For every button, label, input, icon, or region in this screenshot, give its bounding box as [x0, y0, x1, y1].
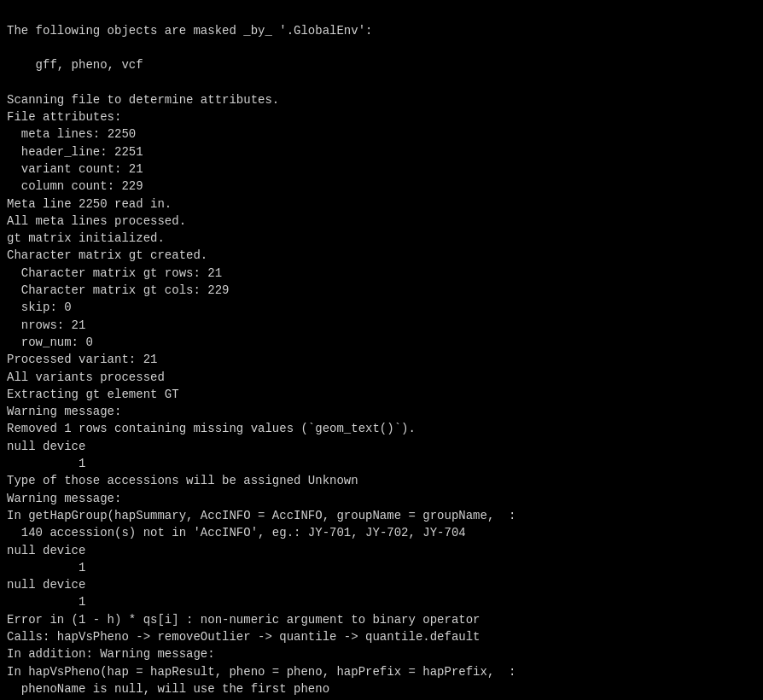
terminal-line: gt matrix initialized.	[7, 230, 756, 247]
terminal-line: Character matrix gt created.	[7, 247, 756, 264]
terminal-line: nrows: 21	[7, 317, 756, 334]
terminal-line: All variants processed	[7, 369, 756, 386]
terminal-line: skip: 0	[7, 299, 756, 316]
terminal-line: Warning message:	[7, 490, 756, 507]
terminal-line: In getHapGroup(hapSummary, AccINFO = Acc…	[7, 507, 756, 524]
terminal-line: In addition: Warning message:	[7, 645, 756, 662]
terminal-output: The following objects are masked _by_ '.…	[7, 5, 756, 700]
terminal-line: null device	[7, 438, 756, 455]
terminal-line: phenoName is null, will use the first ph…	[7, 680, 756, 697]
terminal-line: The following objects are masked _by_ '.…	[7, 22, 756, 39]
terminal-line: 1	[7, 559, 756, 576]
terminal-line: null device	[7, 542, 756, 559]
terminal-line: header_line: 2251	[7, 143, 756, 160]
terminal-line: 1	[7, 593, 756, 610]
terminal-line: 140 accession(s) not in 'AccINFO', eg.: …	[7, 524, 756, 541]
terminal-line: In hapVsPheno(hap = hapResult, pheno = p…	[7, 663, 756, 680]
terminal-line: meta lines: 2250	[7, 125, 756, 143]
terminal-line: row_num: 0	[7, 334, 756, 351]
terminal-line: 1	[7, 455, 756, 472]
terminal-line: Calls: hapVsPheno -> removeOutlier -> qu…	[7, 628, 756, 645]
terminal-line	[7, 39, 756, 56]
terminal-line	[7, 73, 756, 90]
terminal-line: Error in (1 - h) * qs[i] : non-numeric a…	[7, 611, 756, 628]
terminal-line: variant count: 21	[7, 160, 756, 178]
terminal-line: File attributes:	[7, 108, 756, 125]
terminal-line: Meta line 2250 read in.	[7, 195, 756, 213]
terminal-line: Warning message:	[7, 403, 756, 420]
terminal-line: Scanning file to determine attributes.	[7, 91, 756, 108]
terminal-line: Type of those accessions will be assigne…	[7, 472, 756, 489]
terminal-line: Extracting gt element GT	[7, 386, 756, 403]
terminal-line: All meta lines processed.	[7, 213, 756, 230]
terminal-line: Character matrix gt rows: 21	[7, 265, 756, 282]
terminal-line: Removed 1 rows containing missing values…	[7, 420, 756, 437]
terminal-line: Character matrix gt cols: 229	[7, 282, 756, 299]
terminal-line: column count: 229	[7, 178, 756, 195]
terminal-line: null device	[7, 576, 756, 593]
terminal-line: Processed variant: 21	[7, 351, 756, 368]
terminal-line: gff, pheno, vcf	[7, 56, 756, 73]
